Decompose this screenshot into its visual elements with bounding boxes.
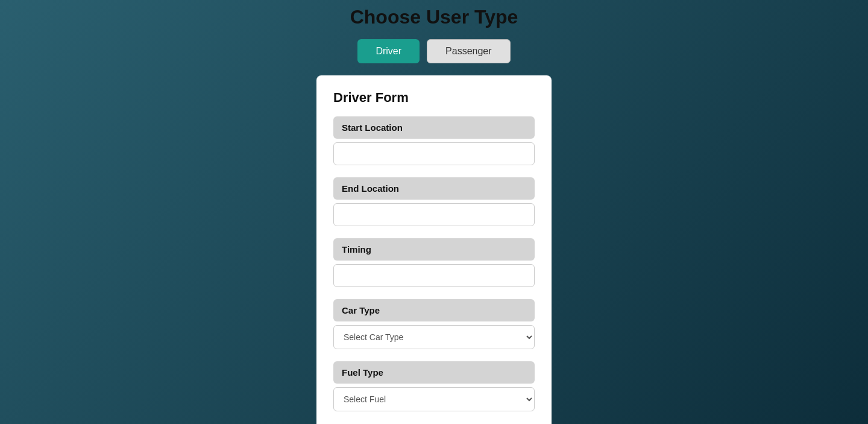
car-type-group: Car Type Select Car Type Sedan SUV Van T…	[333, 299, 535, 359]
end-location-group: End Location	[333, 177, 535, 236]
fuel-type-label: Fuel Type	[333, 361, 535, 384]
end-location-input[interactable]	[333, 203, 535, 226]
start-location-label: Start Location	[333, 116, 535, 139]
page-wrapper: Choose User Type Driver Passenger Driver…	[0, 0, 868, 424]
driver-form-card: Driver Form Start Location End Location …	[316, 75, 552, 424]
fuel-type-group: Fuel Type Select Fuel Gasoline Diesel El…	[333, 361, 535, 421]
end-location-label: End Location	[333, 177, 535, 200]
user-type-buttons: Driver Passenger	[357, 39, 510, 63]
timing-input[interactable]	[333, 264, 535, 287]
start-location-group: Start Location	[333, 116, 535, 175]
fuel-type-select[interactable]: Select Fuel Gasoline Diesel Electric Hyb…	[333, 387, 535, 411]
car-type-select[interactable]: Select Car Type Sedan SUV Van Truck	[333, 325, 535, 349]
timing-group: Timing	[333, 238, 535, 297]
form-title: Driver Form	[333, 90, 535, 106]
start-location-input[interactable]	[333, 142, 535, 165]
driver-button[interactable]: Driver	[357, 39, 420, 63]
car-type-label: Car Type	[333, 299, 535, 321]
passenger-button[interactable]: Passenger	[427, 39, 511, 63]
timing-label: Timing	[333, 238, 535, 261]
page-title: Choose User Type	[350, 6, 518, 28]
